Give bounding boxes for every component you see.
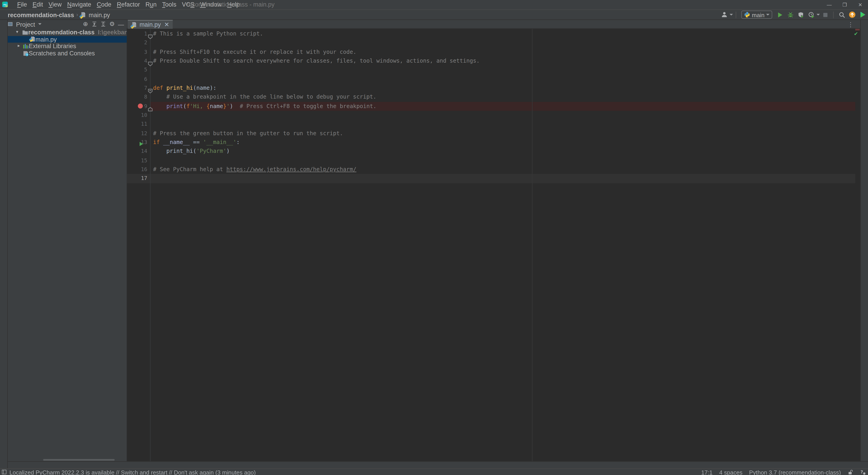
code-line: def print_hi(name): [153,84,216,93]
title-bar: PC FileEditViewNavigateCodeRefactorRunTo… [0,0,868,10]
expand-all-button[interactable] [91,21,98,28]
interpreter-info[interactable]: Python 3.7 (recommendation-class) [749,469,841,475]
project-tool-window: Project ⊕⚙— ▾recommendation-classI:\geek… [8,20,127,461]
python-logo-icon [744,11,750,18]
chevron-icon[interactable]: ▸ [18,43,20,48]
editor-tab-bar: main.py ✕ ⋮ [127,20,860,29]
maximize-button[interactable]: ❐ [837,0,852,9]
code-with-me-button[interactable] [859,11,867,19]
breadcrumb-file[interactable]: main.py [89,11,110,18]
chevron-icon[interactable]: ▾ [16,29,18,34]
libs-icon [23,43,29,49]
code-line: # Use a breakpoint in the code line belo… [153,93,376,102]
line-number[interactable]: 2 [127,38,147,48]
menu-tools[interactable]: Tools [159,0,179,9]
menu-edit[interactable]: Edit [30,0,46,9]
line-number[interactable]: 1 [127,29,147,38]
fold-marker-icon[interactable] [148,32,153,37]
folder-icon [22,29,28,35]
settings-button[interactable]: ⚙ [108,21,116,28]
line-number[interactable]: 6 [127,75,147,84]
tree-item-scratches-and-consoles[interactable]: Scratches and Consoles [8,50,127,57]
python-file-icon [131,22,137,28]
menu-run[interactable]: Run [143,0,159,9]
line-number[interactable]: 12 [127,129,147,138]
pycharm-logo-icon: PC [2,2,8,7]
code-line: if __name__ == '__main__': [153,138,240,147]
menu-refactor[interactable]: Refactor [114,0,143,9]
project-panel-header[interactable]: Project ⊕⚙— [8,20,127,29]
tab-label: main.py [140,21,161,28]
fold-marker-icon[interactable] [148,59,153,64]
close-icon[interactable]: ✕ [164,21,169,28]
horizontal-scrollbar[interactable] [43,459,115,461]
breadcrumb-project[interactable]: recommendation-class [8,11,74,18]
scratch-icon [23,50,29,56]
debug-button[interactable] [786,11,795,19]
pyfile-icon [30,36,36,42]
line-number[interactable]: 17 [127,174,147,183]
line-number[interactable]: 11 [127,120,147,129]
tree-item-external-libraries[interactable]: ▸External Libraries [8,43,127,50]
code-line: print_hi('PyCharm') [153,147,230,156]
run-coverage-button[interactable] [797,11,805,19]
line-number[interactable]: 13 [127,138,147,147]
run-configuration-select[interactable]: main [741,11,772,19]
hide-button[interactable]: — [117,21,125,28]
line-number[interactable]: 7 [127,84,147,93]
menu-file[interactable]: File [14,0,30,9]
indent-info[interactable]: 4 spaces [719,469,743,475]
inspections-ok-icon[interactable]: ✔ [854,31,858,36]
line-number[interactable]: 16 [127,165,147,174]
breakpoint-stripe-mark [855,29,860,30]
layout-icon[interactable] [2,470,6,475]
line-number[interactable]: 4 [127,57,147,65]
fold-marker-icon[interactable] [148,86,153,91]
code-line: # This is a sample Python script. [153,29,263,38]
code-line: # Press Double Shift to search everywher… [153,57,480,65]
line-number[interactable]: 14 [127,147,147,156]
locate-button[interactable]: ⊕ [82,21,89,28]
line-number[interactable]: 10 [127,111,147,120]
tree-item-main-py[interactable]: main.py [8,36,127,43]
search-everywhere-button[interactable] [837,11,846,19]
line-number[interactable]: 8 [127,93,147,102]
code-line: # Press Shift+F10 to execute it or repla… [153,48,356,57]
menu-code[interactable]: Code [94,0,114,9]
status-message[interactable]: Localized PyCharm 2022.2.3 is available … [9,469,256,475]
minimize-button[interactable]: — [822,0,837,9]
python-file-icon [81,11,87,18]
line-number[interactable]: 5 [127,65,147,75]
tool-window-bar [8,461,868,469]
close-button[interactable]: ✕ [852,0,868,9]
right-tool-stripe [860,20,868,469]
chevron-down-icon [38,23,42,25]
menu-view[interactable]: View [46,0,64,9]
editor-area: main.py ✕ ⋮ 1234567891011121314151617 # … [127,20,860,469]
collapse-all-button[interactable] [100,21,107,28]
fold-marker-icon[interactable] [148,104,153,109]
inspections-level-icon[interactable]: ? [860,469,866,475]
update-available-button[interactable] [848,11,857,19]
caret-line-highlight [127,174,855,183]
project-panel-title: Project [16,21,35,27]
run-line-icon[interactable] [138,139,144,145]
readonly-lock-icon[interactable] [847,469,853,475]
breadcrumb-separator-icon: › [76,11,78,18]
tree-item-recommendation-class[interactable]: ▾recommendation-classI:\geekbang\recomme… [8,29,127,36]
run-button[interactable] [776,11,784,19]
chevron-down-icon[interactable] [816,14,820,16]
chevron-down-icon [730,14,733,16]
tab-main-py[interactable]: main.py ✕ [128,20,173,29]
code-editor[interactable]: 1234567891011121314151617 # This is a sa… [127,29,860,461]
line-number[interactable]: 3 [127,48,147,57]
more-options-icon[interactable]: ⋮ [847,21,854,28]
profile-user-icon[interactable] [720,11,729,19]
caret-position[interactable]: 17:1 [701,469,712,475]
line-number[interactable]: 15 [127,156,147,165]
line-number[interactable]: 9 [127,102,147,111]
menu-navigate[interactable]: Navigate [64,0,94,9]
project-tree: ▾recommendation-classI:\geekbang\recomme… [8,29,127,57]
profiler-button[interactable] [807,11,815,19]
right-margin-guide [532,29,532,461]
